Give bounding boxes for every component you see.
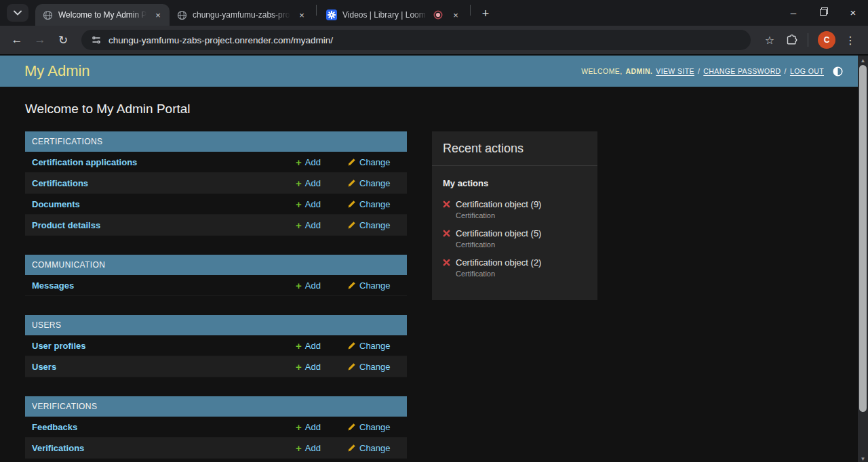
url-text[interactable]: chungu-yamfumu-zabs-project.onrender.com… <box>108 35 333 45</box>
model-row: Certification applications+AddChange <box>25 152 407 173</box>
change-link[interactable]: Change <box>347 199 400 209</box>
change-link[interactable]: Change <box>347 362 400 372</box>
pencil-icon <box>347 341 356 350</box>
model-link[interactable]: Messages <box>32 280 296 291</box>
module-caption-link[interactable]: USERS <box>25 315 407 335</box>
site-settings-icon[interactable] <box>91 35 102 45</box>
theme-toggle-icon[interactable] <box>833 66 843 77</box>
close-window-button[interactable]: × <box>838 0 868 24</box>
tab-project-site[interactable]: chungu-yamfumu-zabs-project × <box>170 4 313 26</box>
pencil-icon <box>347 158 356 167</box>
delete-x-icon <box>443 259 450 266</box>
model-link[interactable]: User profiles <box>32 341 296 351</box>
change-label: Change <box>359 362 391 372</box>
model-link[interactable]: Certification applications <box>32 157 296 167</box>
add-link[interactable]: +Add <box>296 341 338 351</box>
change-link[interactable]: Change <box>347 443 400 453</box>
change-link[interactable]: Change <box>347 157 400 167</box>
change-link[interactable]: Change <box>347 341 400 351</box>
change-link[interactable]: Change <box>347 178 400 188</box>
profile-avatar[interactable]: C <box>818 31 835 49</box>
plus-icon: + <box>296 443 302 453</box>
model-link[interactable]: Users <box>32 362 296 372</box>
add-label: Add <box>305 199 321 209</box>
model-link[interactable]: Certifications <box>32 178 296 188</box>
model-link[interactable]: Documents <box>32 199 296 209</box>
change-link[interactable]: Change <box>347 280 400 291</box>
action-model-type: Certification <box>456 211 587 219</box>
module-caption-link[interactable]: VERIFICATIONS <box>25 396 407 417</box>
model-link[interactable]: Verifications <box>32 443 296 453</box>
loom-favicon-icon <box>326 9 337 20</box>
new-tab-button[interactable]: + <box>476 4 495 23</box>
model-row: Users+AddChange <box>25 356 407 377</box>
add-link[interactable]: +Add <box>296 422 338 432</box>
back-button[interactable]: ← <box>7 30 27 50</box>
window-controls: – × <box>778 0 868 24</box>
app-module: VERIFICATIONSFeedbacks+AddChangeVerifica… <box>25 396 407 459</box>
scrollbar-thumb[interactable] <box>859 65 867 412</box>
add-link[interactable]: +Add <box>296 220 338 230</box>
change-label: Change <box>359 422 391 432</box>
change-link[interactable]: Change <box>347 422 400 432</box>
close-tab-icon[interactable]: × <box>152 9 164 21</box>
model-row: User profiles+AddChange <box>25 335 407 356</box>
model-row: Documents+AddChange <box>25 194 407 215</box>
tab-title: Welcome to My Admin Portal | <box>58 10 146 20</box>
tab-search-button[interactable] <box>7 4 28 22</box>
close-tab-icon[interactable]: × <box>296 9 308 21</box>
forward-button[interactable]: → <box>30 30 50 50</box>
pencil-icon <box>347 200 356 209</box>
logout-link[interactable]: LOG OUT <box>790 67 824 75</box>
username: ADMIN. <box>626 67 653 75</box>
model-row: Certifications+AddChange <box>25 173 407 194</box>
site-branding-link[interactable]: My Admin <box>24 62 90 80</box>
add-link[interactable]: +Add <box>296 157 338 167</box>
change-link[interactable]: Change <box>347 220 400 230</box>
admin-page: My Admin WELCOME, ADMIN. VIEW SITE / CHA… <box>0 56 858 462</box>
restore-button[interactable] <box>808 0 838 24</box>
change-label: Change <box>359 220 391 230</box>
close-tab-icon[interactable]: × <box>450 9 462 21</box>
bookmark-star-icon[interactable]: ☆ <box>760 30 779 49</box>
tab-admin-portal[interactable]: Welcome to My Admin Portal | × <box>35 4 170 26</box>
app-list: CERTIFICATIONSCertification applications… <box>25 131 407 462</box>
browser-menu-icon[interactable]: ⋮ <box>841 30 860 49</box>
scroll-down-arrow[interactable]: ▼ <box>858 454 868 462</box>
model-row: Messages+AddChange <box>25 275 407 296</box>
module-caption-link[interactable]: CERTIFICATIONS <box>25 131 407 152</box>
view-site-link[interactable]: VIEW SITE <box>656 67 694 75</box>
add-link[interactable]: +Add <box>296 199 338 209</box>
change-label: Change <box>359 199 391 209</box>
recent-actions-list: Certification object (9)CertificationCer… <box>432 199 597 278</box>
add-link[interactable]: +Add <box>296 178 338 188</box>
module-caption-link[interactable]: COMMUNICATION <box>25 255 407 275</box>
add-link[interactable]: +Add <box>296 443 338 453</box>
add-link[interactable]: +Add <box>296 280 338 291</box>
reload-button[interactable]: ↻ <box>53 30 73 50</box>
address-bar[interactable]: chungu-yamfumu-zabs-project.onrender.com… <box>81 30 751 50</box>
separator: / <box>698 67 700 75</box>
plus-icon: + <box>296 422 302 432</box>
model-row: Product detailss+AddChange <box>25 215 407 236</box>
chevron-down-icon <box>14 10 22 16</box>
change-label: Change <box>359 280 391 291</box>
plus-icon: + <box>296 199 302 209</box>
model-link[interactable]: Product detailss <box>32 220 296 230</box>
browser-toolbar: ← → ↻ chungu-yamfumu-zabs-project.onrend… <box>0 26 868 54</box>
add-link[interactable]: +Add <box>296 362 338 372</box>
extensions-icon[interactable] <box>782 30 801 49</box>
page-scrollbar[interactable]: ▲ ▼ <box>858 56 868 462</box>
recent-action-item: Certification object (5)Certification <box>432 228 597 249</box>
model-link[interactable]: Feedbacks <box>32 422 296 432</box>
scroll-up-arrow[interactable]: ▲ <box>858 56 868 65</box>
plus-icon: + <box>296 157 302 167</box>
plus-icon: + <box>296 178 302 188</box>
minimize-button[interactable]: – <box>778 0 808 24</box>
add-label: Add <box>305 157 321 167</box>
change-password-link[interactable]: CHANGE PASSWORD <box>703 67 781 75</box>
add-label: Add <box>305 280 321 291</box>
tab-loom-videos[interactable]: Videos | Library | Loom × <box>319 4 467 26</box>
delete-x-icon <box>443 230 450 237</box>
tab-title: chungu-yamfumu-zabs-project <box>193 10 290 20</box>
